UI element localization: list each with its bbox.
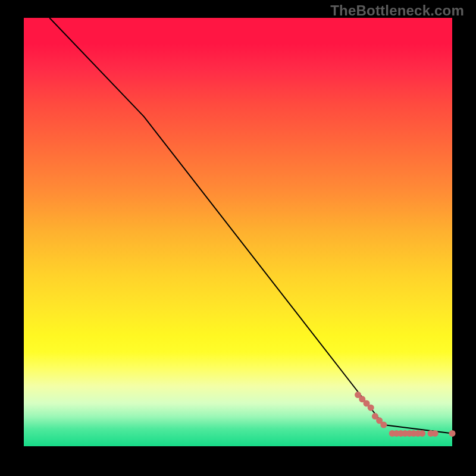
plot-area bbox=[24, 18, 452, 446]
point-points-coral bbox=[419, 430, 425, 437]
plot-svg bbox=[24, 18, 452, 446]
points-layer bbox=[355, 392, 455, 437]
point-points-coral bbox=[432, 430, 439, 437]
chart-frame: TheBottleneck.com bbox=[0, 0, 476, 476]
point-points-coral bbox=[368, 405, 374, 411]
watermark-text: TheBottleneck.com bbox=[330, 2, 464, 19]
point-points-coral bbox=[449, 430, 456, 437]
series-curve-black bbox=[49, 18, 452, 433]
curve-layer bbox=[49, 18, 452, 433]
point-points-coral bbox=[380, 422, 387, 428]
